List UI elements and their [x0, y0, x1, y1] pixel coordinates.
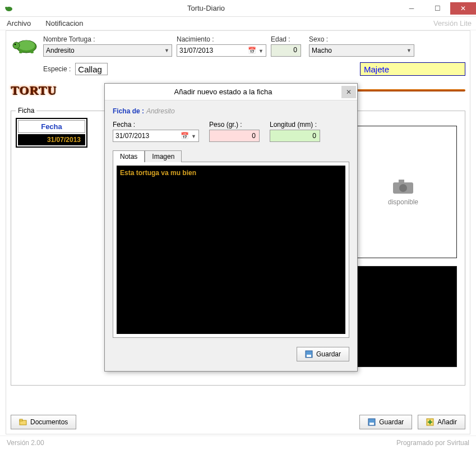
majete-input[interactable] [360, 62, 465, 76]
svg-point-1 [5, 7, 7, 9]
nombre-select[interactable]: Andresito ▼ [43, 44, 172, 57]
dlg-long-input[interactable] [270, 130, 320, 142]
dlg-peso-input[interactable] [209, 130, 260, 142]
ficha-de-name: Andresito [146, 107, 175, 115]
turtle-icon [11, 35, 39, 56]
notes-textarea[interactable] [117, 166, 345, 334]
svg-point-6 [19, 51, 22, 53]
svg-rect-14 [369, 423, 374, 425]
minimize-button[interactable]: ─ [399, 2, 424, 15]
bottom-bar: Documentos Guardar Añadir [11, 415, 465, 429]
sexo-label: Sexo : [309, 35, 414, 43]
svg-point-5 [15, 44, 16, 45]
nombre-value: Andresito [46, 47, 75, 54]
dialog-guardar-button[interactable]: Guardar [297, 347, 349, 361]
maximize-button[interactable]: ☐ [424, 2, 450, 15]
especie-input[interactable] [75, 63, 108, 75]
ficha-table: Fecha 31/07/2013 [16, 118, 87, 148]
sexo-select[interactable]: Macho ▼ [309, 44, 414, 57]
svg-point-4 [13, 42, 20, 49]
dialog-titlebar: Añadir nuevo estado a la ficha ✕ [105, 84, 357, 100]
anadir-button[interactable]: Añadir [418, 415, 465, 429]
documentos-label: Documentos [30, 418, 68, 426]
ficha-legend: Ficha [16, 107, 36, 114]
add-state-dialog: Añadir nuevo estado a la ficha ✕ Ficha d… [104, 83, 358, 372]
dlg-fecha-value: 31/07/2013 [115, 132, 149, 140]
folder-icon [19, 418, 27, 426]
documentos-button[interactable]: Documentos [11, 415, 76, 429]
col-fecha[interactable]: Fecha [18, 120, 85, 133]
dlg-fecha-input[interactable]: 31/07/2013 📅▼ [113, 130, 199, 142]
dialog-guardar-label: Guardar [316, 350, 341, 358]
dialog-close-button[interactable]: ✕ [341, 86, 356, 98]
menu-notificacion[interactable]: Notificacion [43, 18, 85, 29]
ficha-de-row: Ficha de : Andresito [113, 106, 349, 115]
dlg-peso-label: Peso (gr.) : [209, 121, 260, 129]
version-label: Versión 2.00 [7, 439, 44, 447]
svg-rect-12 [20, 419, 22, 421]
save-icon [368, 418, 376, 426]
nacimiento-label: Nacimiento : [177, 35, 266, 43]
tab-notas[interactable]: Notas [113, 150, 145, 162]
dlg-fecha-label: Fecha : [113, 121, 199, 129]
close-button[interactable]: ✕ [450, 2, 476, 15]
nombre-label: Nombre Tortuga : [43, 35, 172, 43]
window-title: Tortu-Diario [13, 4, 399, 12]
app-icon [4, 4, 13, 13]
app-logo: TORTU [11, 83, 57, 98]
svg-point-9 [399, 184, 407, 192]
tab-content [113, 162, 349, 338]
dialog-title: Añadir nuevo estado a la ficha [105, 88, 341, 96]
nacimiento-value: 31/07/2013 [179, 47, 213, 54]
tab-imagen[interactable]: Imagen [145, 150, 182, 162]
save-icon [305, 350, 313, 358]
credit-label: Programado por Svirtual [396, 439, 469, 447]
svg-rect-17 [307, 355, 311, 357]
svg-point-7 [30, 51, 34, 53]
especie-label: Especie : [43, 65, 71, 73]
sexo-value: Macho [312, 47, 332, 54]
chevron-down-icon: ▼ [164, 48, 169, 53]
calendar-icon: 📅▼ [181, 132, 196, 140]
window-titlebar: Tortu-Diario ─ ☐ ✕ [0, 0, 476, 17]
table-row[interactable]: 31/07/2013 [18, 134, 85, 145]
ficha-de-label: Ficha de : [113, 107, 144, 115]
add-icon [426, 418, 434, 426]
dlg-long-label: Longitud (mm) : [270, 121, 320, 129]
nacimiento-date[interactable]: 31/07/2013 📅▼ [177, 44, 266, 57]
edad-value: 0 [271, 44, 301, 57]
svg-rect-10 [399, 180, 404, 183]
preview-box [349, 266, 457, 367]
menu-archivo[interactable]: Archivo [4, 18, 33, 29]
guardar-button[interactable]: Guardar [359, 415, 412, 429]
chevron-down-icon: ▼ [406, 48, 412, 53]
camera-icon [392, 178, 414, 195]
menu-bar: Archivo Notificacion Versión Lite [0, 17, 476, 30]
image-text: disponible [388, 198, 418, 206]
calendar-icon: 📅▼ [248, 47, 264, 54]
image-placeholder: disponible [349, 126, 457, 258]
status-bar: Versión 2.00 Programado por Svirtual [0, 436, 476, 449]
edad-label: Edad : [271, 35, 304, 43]
svg-point-3 [18, 40, 35, 51]
guardar-label: Guardar [379, 418, 404, 426]
version-lite-label: Versión Lite [433, 19, 472, 28]
anadir-label: Añadir [437, 418, 457, 426]
